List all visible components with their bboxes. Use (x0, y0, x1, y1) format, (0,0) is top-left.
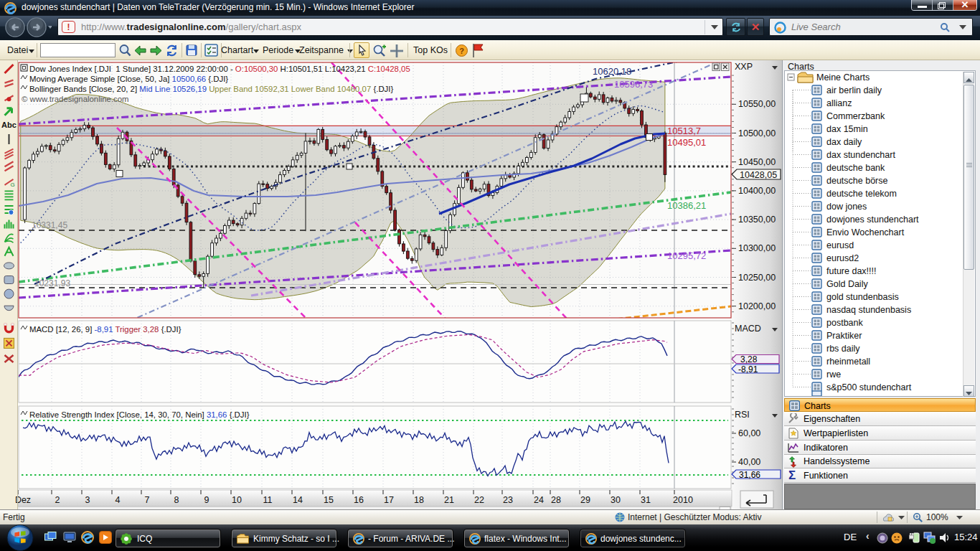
svg-text:60,00: 60,00 (738, 428, 760, 438)
svg-text:14: 14 (293, 495, 303, 505)
svg-text:17: 17 (384, 495, 394, 505)
svg-text:MACD: MACD (735, 324, 761, 334)
svg-text:22: 22 (474, 495, 484, 505)
svg-text:Moving Average Simple [Close,: Moving Average Simple [Close, 50, Ja] 10… (29, 75, 228, 83)
svg-text:-8,91: -8,91 (738, 364, 758, 375)
svg-text:28: 28 (551, 495, 561, 505)
svg-text:Envio Wochenchart: Envio Wochenchart (826, 227, 905, 237)
svg-text:10450,00: 10450,00 (738, 157, 776, 167)
svg-text:Dow Jones Index [.DJI 1 Stund: Dow Jones Index [.DJI 1 Stunde] 31.12.20… (29, 65, 410, 73)
svg-text:eurusd2: eurusd2 (826, 253, 859, 263)
svg-text:10400,00: 10400,00 (738, 186, 776, 196)
svg-text:s&p500 stundenchart: s&p500 stundenchart (826, 382, 912, 392)
svg-text:10295,72: 10295,72 (667, 250, 706, 261)
svg-text:31: 31 (641, 495, 651, 505)
svg-text:Praktiker: Praktiker (826, 331, 862, 341)
svg-text:3: 3 (85, 495, 90, 505)
svg-text:4: 4 (116, 495, 121, 505)
svg-text:rheinmetall: rheinmetall (826, 357, 870, 367)
svg-text:10620,18: 10620,18 (593, 66, 631, 77)
svg-text:10500,00: 10500,00 (738, 128, 776, 138)
svg-text:rwe: rwe (826, 369, 841, 380)
svg-text:2: 2 (55, 495, 60, 505)
svg-text:Abc: Abc (1, 121, 17, 129)
svg-text:10386,21: 10386,21 (667, 200, 706, 211)
svg-text:G: G (11, 182, 15, 188)
svg-text:nasdaq stundenbasis: nasdaq stundenbasis (826, 305, 911, 315)
svg-text:3,28: 3,28 (740, 354, 758, 364)
svg-text:rbs daily: rbs daily (826, 344, 860, 354)
svg-text:deutsche bank: deutsche bank (826, 163, 885, 173)
svg-text:gold stundenbasis: gold stundenbasis (826, 292, 899, 302)
svg-text:dax stundenchart: dax stundenchart (826, 150, 895, 160)
svg-text:10331,45: 10331,45 (32, 220, 67, 230)
svg-text:40,00: 40,00 (738, 457, 760, 467)
svg-text:10428,05: 10428,05 (740, 170, 777, 180)
svg-text:future dax!!!!: future dax!!!! (826, 266, 876, 276)
svg-text:dowjones stundenchart: dowjones stundenchart (826, 215, 919, 225)
svg-text:Meine Charts: Meine Charts (816, 72, 870, 83)
svg-text:10200,00: 10200,00 (738, 301, 776, 311)
svg-text:10495,01: 10495,01 (667, 137, 706, 148)
svg-text:dax daily: dax daily (826, 137, 862, 147)
svg-text:Commerzbank: Commerzbank (826, 111, 885, 121)
svg-text:10350,00: 10350,00 (738, 215, 776, 225)
svg-text:dow jones: dow jones (826, 202, 867, 212)
svg-text:Bollinger Bands [Close, 20, 2]: Bollinger Bands [Close, 20, 2] Mid Line … (29, 85, 393, 93)
svg-text:16: 16 (354, 495, 364, 505)
svg-text:18: 18 (414, 495, 424, 505)
svg-text:Gold Daily: Gold Daily (826, 279, 868, 289)
svg-text:15: 15 (324, 495, 334, 505)
svg-text:29: 29 (580, 495, 590, 505)
svg-text:Relative Strength Index [Close: Relative Strength Index [Close, 14, 30, … (29, 410, 250, 419)
svg-text:10250,00: 10250,00 (738, 273, 776, 283)
svg-text:10300,00: 10300,00 (738, 243, 776, 253)
svg-text:dax 15min: dax 15min (826, 124, 868, 134)
svg-text:31,66: 31,66 (739, 470, 760, 480)
svg-text:deutsche börse: deutsche börse (826, 176, 888, 186)
svg-text:8: 8 (174, 495, 179, 505)
svg-text:24: 24 (534, 495, 544, 505)
svg-text:10550,00: 10550,00 (738, 99, 776, 109)
svg-text:air berlin daily: air berlin daily (826, 85, 882, 95)
svg-text:RSI: RSI (735, 410, 750, 420)
svg-text:9: 9 (204, 495, 209, 505)
svg-text:10513,7: 10513,7 (667, 126, 701, 136)
svg-text:XXP: XXP (735, 62, 753, 72)
svg-text:7: 7 (145, 495, 150, 505)
svg-text:11: 11 (263, 495, 273, 505)
svg-text:2010: 2010 (673, 495, 693, 505)
svg-text:23: 23 (503, 495, 513, 505)
svg-text:30: 30 (611, 495, 621, 505)
svg-text:deutsche telekom: deutsche telekom (826, 189, 897, 199)
svg-text:?: ? (459, 47, 464, 55)
svg-text:21: 21 (444, 495, 454, 505)
svg-text:10: 10 (232, 495, 242, 505)
svg-text:eurusd: eurusd (826, 240, 854, 250)
svg-text:© www.tradesignalonline.com: © www.tradesignalonline.com (22, 95, 129, 103)
svg-text:10596,73: 10596,73 (614, 79, 653, 90)
svg-text:allianz: allianz (826, 98, 852, 108)
svg-text:postbank: postbank (826, 318, 863, 328)
svg-text:MACD [12, 26, 9] -8,91 Trigger: MACD [12, 26, 9] -8,91 Trigger 3,28 {.DJ… (29, 325, 182, 334)
svg-text:10231,93: 10231,93 (34, 278, 70, 288)
